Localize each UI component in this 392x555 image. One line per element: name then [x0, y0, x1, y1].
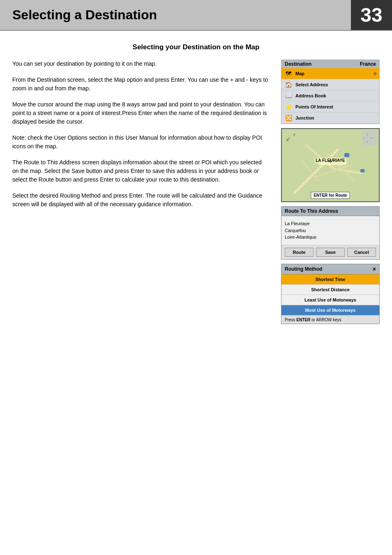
- paragraph-2: From the Destination screen, select the …: [12, 76, 269, 93]
- svg-text:→: →: [370, 136, 373, 140]
- svg-text:↙: ↙: [286, 136, 291, 142]
- page-header: Selecting a Destination 33: [0, 0, 392, 31]
- section-heading: Selecting your Destination on the Map: [0, 43, 392, 51]
- routing-method-box: Routing Method × Shortest Time Shortest …: [281, 264, 380, 324]
- poi-icon: ⭐: [284, 103, 293, 111]
- routing-footer-bold: ENTER: [296, 318, 310, 322]
- junction-icon: 🔀: [284, 114, 293, 122]
- address-book-icon: 📖: [284, 92, 293, 99]
- route-button[interactable]: Route: [285, 248, 314, 257]
- paragraph-6: Select the desired Routing Method and pr…: [12, 191, 269, 209]
- map-row-extra: ⚙: [373, 71, 377, 76]
- route-box-buttons: Route Save Cancel: [281, 245, 379, 259]
- map-screenshot: ↑ ← → ↓ ↙ ↗ LA FLEURIAYE ENTER for Route: [281, 128, 380, 202]
- dest-menu-header-right: France: [360, 61, 376, 67]
- dest-menu-header: Destination France: [281, 60, 379, 68]
- map-svg: ↑ ← → ↓ ↙ ↗: [282, 129, 379, 201]
- content-area: You can set your destination by pointing…: [0, 60, 392, 324]
- address-line-2: Carquefou: [285, 227, 376, 234]
- route-box-header: Route To This Address: [281, 207, 379, 216]
- svg-text:↑: ↑: [367, 133, 368, 136]
- dest-menu-row-junction[interactable]: 🔀 Junction: [281, 113, 379, 124]
- routing-option-most-motorways[interactable]: Most Use of Motorways: [281, 305, 379, 315]
- dest-menu-header-left: Destination: [285, 61, 311, 67]
- dest-menu-row-map[interactable]: 🗺 Map ⚙: [281, 68, 379, 79]
- svg-text:↓: ↓: [367, 140, 368, 143]
- map-icon: 🗺: [284, 70, 293, 77]
- save-button[interactable]: Save: [316, 248, 345, 257]
- address-line-3: Loire-Atlantique: [285, 234, 376, 241]
- address-line-1: La Fleuriaye: [285, 220, 376, 227]
- svg-rect-14: [344, 153, 349, 157]
- routing-option-shortest-distance[interactable]: Shortest Distance: [281, 285, 379, 295]
- page-number: 33: [351, 0, 392, 30]
- route-to-address-box: Route To This Address La Fleuriaye Carqu…: [281, 206, 380, 260]
- paragraph-5: The Route to This Address screen display…: [12, 158, 269, 184]
- dest-menu-label-map: Map: [295, 71, 304, 76]
- paragraph-1: You can set your destination by pointing…: [12, 60, 269, 68]
- routing-method-header: Routing Method ×: [281, 264, 379, 274]
- dest-menu-label-select-address: Select Address: [295, 82, 328, 87]
- map-enter-label: ENTER for Route: [311, 192, 350, 199]
- dest-menu-label-address-book: Address Book: [295, 93, 326, 98]
- close-icon[interactable]: ×: [373, 266, 376, 272]
- paragraph-4: Note: check the User Options section in …: [12, 134, 269, 151]
- dest-menu-row-poi[interactable]: ⭐ Points Of Interest: [281, 101, 379, 113]
- svg-text:←: ←: [362, 136, 366, 140]
- map-place-label: LA FLEURIAYE: [314, 158, 346, 163]
- routing-option-least-motorways[interactable]: Least Use of Motorways: [281, 295, 379, 305]
- routing-option-shortest-time[interactable]: Shortest Time: [281, 274, 379, 285]
- dest-menu-label-poi: Points Of Interest: [295, 104, 333, 109]
- destination-menu-screenshot: Destination France 🗺 Map ⚙ 🏠 Select Addr…: [281, 60, 380, 124]
- dest-menu-label-junction: Junction: [295, 115, 314, 120]
- select-address-icon: 🏠: [284, 81, 293, 88]
- svg-text:↗: ↗: [292, 133, 295, 137]
- paragraph-3: Move the cursor around the map using the…: [12, 100, 269, 126]
- routing-footer: Press ENTER or ARROW keys: [281, 315, 379, 324]
- dest-menu-row-address-book[interactable]: 📖 Address Book: [281, 90, 379, 101]
- svg-rect-15: [360, 169, 364, 173]
- text-column: You can set your destination by pointing…: [12, 60, 269, 324]
- routing-method-title: Routing Method: [285, 266, 322, 272]
- cancel-button[interactable]: Cancel: [347, 248, 376, 257]
- route-box-address: La Fleuriaye Carquefou Loire-Atlantique: [281, 216, 379, 245]
- page-title: Selecting a Destination: [0, 0, 351, 30]
- dest-menu-row-select-address[interactable]: 🏠 Select Address: [281, 79, 379, 90]
- images-column: Destination France 🗺 Map ⚙ 🏠 Select Addr…: [281, 60, 380, 324]
